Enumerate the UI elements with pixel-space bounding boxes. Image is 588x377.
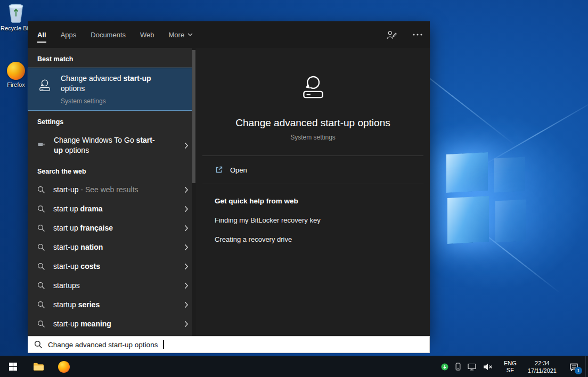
language-indicator[interactable]: ENG SF xyxy=(498,360,522,374)
web-suggestion-text: start-up nation xyxy=(53,243,103,251)
web-suggestion-text: start up française xyxy=(53,224,113,232)
windows-to-go-icon xyxy=(37,140,46,151)
web-suggestion[interactable]: startup series xyxy=(28,295,196,314)
firefox-taskbar-button[interactable] xyxy=(51,356,77,377)
feedback-icon[interactable] xyxy=(387,30,397,39)
windows-logo-pane xyxy=(446,152,488,193)
windows-logo-pane xyxy=(494,157,525,192)
chevron-right-icon xyxy=(184,301,189,308)
tab-documents[interactable]: Documents xyxy=(91,21,126,48)
windows-logo-pane xyxy=(447,196,489,244)
tab-all-label: All xyxy=(37,31,46,39)
text-cursor xyxy=(163,340,164,349)
web-suggestion[interactable]: start-up nation xyxy=(28,237,196,257)
web-suggestion-text: start-up - See web results xyxy=(53,185,138,194)
chevron-right-icon xyxy=(184,282,189,289)
search-icon xyxy=(37,205,45,213)
tab-more-label: More xyxy=(169,31,185,39)
more-options-icon[interactable] xyxy=(413,34,422,36)
best-match-subtitle: System settings xyxy=(61,97,156,105)
tab-apps-label: Apps xyxy=(61,31,77,39)
web-section-label: Search the web xyxy=(28,160,196,180)
quick-help-section: Get quick help from web Finding my BitLo… xyxy=(196,184,430,256)
best-match-section-label: Best match xyxy=(28,48,196,68)
start-search-panel: All Apps Documents Web More Best match xyxy=(28,21,430,336)
taskbar: ENG SF 22:34 17/11/2021 1 xyxy=(0,356,588,377)
chevron-right-icon xyxy=(184,225,189,232)
tray-green-status-icon[interactable] xyxy=(441,363,448,371)
advanced-startup-icon-large xyxy=(298,71,329,104)
settings-section-label: Settings xyxy=(28,111,196,130)
windows-logo-pane xyxy=(495,199,526,242)
keyboard-layout: SF xyxy=(504,367,517,374)
web-suggestion[interactable]: start-up costs xyxy=(28,257,196,276)
tab-all[interactable]: All xyxy=(37,21,46,48)
search-icon xyxy=(37,282,45,290)
search-results-list: Best match Change advanced start-up opti… xyxy=(28,48,196,336)
search-input-value: Change advanced start-up options xyxy=(48,341,158,349)
preview-title: Change advanced start-up options xyxy=(235,117,390,129)
best-match-title: Change advanced start-up options xyxy=(61,73,156,94)
scrollbar[interactable] xyxy=(192,48,196,336)
action-center-button[interactable]: 1 xyxy=(562,356,585,377)
notification-badge: 1 xyxy=(575,367,582,374)
search-icon xyxy=(34,340,43,349)
tray-network-icon[interactable] xyxy=(468,363,476,371)
web-suggestion[interactable]: start up française xyxy=(28,218,196,237)
open-icon xyxy=(215,166,223,174)
best-match-text: Change advanced start-up options System … xyxy=(61,73,156,105)
result-preview-pane: Change advanced start-up options System … xyxy=(196,48,430,336)
help-link-recovery-drive[interactable]: Creating a recovery drive xyxy=(215,235,411,243)
web-suggestion[interactable]: start up drama xyxy=(28,199,196,218)
settings-result-windows-to-go[interactable]: Change Windows To Go start-up options xyxy=(28,130,196,160)
chevron-right-icon xyxy=(184,186,189,193)
open-label: Open xyxy=(230,166,247,174)
system-tray xyxy=(436,363,498,371)
best-match-result[interactable]: Change advanced start-up options System … xyxy=(28,68,196,111)
preview-subtitle: System settings xyxy=(290,134,336,141)
search-input[interactable]: Change advanced start-up options xyxy=(28,336,430,353)
search-icon xyxy=(37,301,45,309)
web-suggestion-text: start up drama xyxy=(53,204,103,213)
tab-documents-label: Documents xyxy=(91,31,126,39)
web-suggestion[interactable]: startups xyxy=(28,276,196,295)
search-icon xyxy=(37,263,45,271)
web-suggestion-text: start-up meaning xyxy=(53,319,111,328)
windows-logo-icon xyxy=(9,363,17,371)
chevron-down-icon xyxy=(187,33,193,36)
scrollbar-thumb[interactable] xyxy=(192,50,195,183)
folder-icon xyxy=(33,362,44,371)
clock[interactable]: 22:34 17/11/2021 xyxy=(522,359,562,374)
tab-web[interactable]: Web xyxy=(140,21,154,48)
tab-apps[interactable]: Apps xyxy=(61,21,77,48)
web-suggestion-text: startups xyxy=(53,281,80,290)
firefox-icon xyxy=(58,361,70,373)
chevron-right-icon xyxy=(184,321,189,327)
settings-result-title: Change Windows To Go start-up options xyxy=(54,135,163,155)
chevron-right-icon xyxy=(184,263,189,270)
recycle-bin-icon xyxy=(0,3,33,23)
web-suggestion-text: startup series xyxy=(53,300,100,309)
language-code: ENG xyxy=(504,360,517,367)
tab-more[interactable]: More xyxy=(169,21,193,48)
clock-date: 17/11/2021 xyxy=(528,367,557,374)
chevron-right-icon xyxy=(184,244,189,251)
search-icon xyxy=(37,320,45,328)
tray-phone-icon[interactable] xyxy=(455,363,461,371)
search-icon xyxy=(37,243,45,251)
help-link-bitlocker[interactable]: Finding my BitLocker recovery key xyxy=(215,216,411,224)
quick-help-header: Get quick help from web xyxy=(215,197,411,205)
web-suggestion[interactable]: start-up meaning xyxy=(28,314,196,333)
chevron-right-icon xyxy=(184,142,189,149)
show-desktop-button[interactable] xyxy=(585,356,588,377)
search-filter-tabs: All Apps Documents Web More xyxy=(28,21,430,48)
chevron-right-icon xyxy=(184,206,189,212)
start-button[interactable] xyxy=(0,356,26,377)
clock-time: 22:34 xyxy=(528,359,557,367)
web-suggestion[interactable]: start-up - See web results xyxy=(28,180,196,199)
web-suggestion-text: start-up costs xyxy=(53,262,100,271)
tab-web-label: Web xyxy=(140,31,154,39)
file-explorer-button[interactable] xyxy=(26,356,51,377)
open-action[interactable]: Open xyxy=(196,156,430,184)
tray-volume-muted-icon[interactable] xyxy=(483,363,493,371)
